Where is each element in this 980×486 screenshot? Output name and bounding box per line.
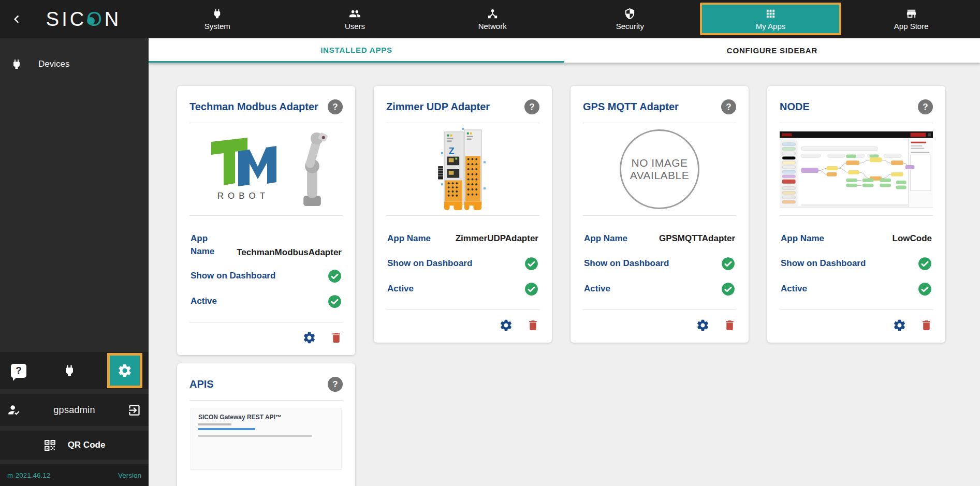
sidebar: SICON Devices ?: [0, 0, 149, 486]
sidebar-user-row: gpsadmin: [0, 394, 149, 426]
delete-app-button[interactable]: [330, 331, 343, 344]
nav-item-users[interactable]: Users: [286, 0, 424, 38]
logo-c: C: [70, 8, 86, 30]
network-hub-icon: [487, 8, 499, 20]
active-label: Active: [781, 283, 807, 296]
sidebar-bottom: ? gpsadmin: [0, 352, 149, 486]
usb-button[interactable]: [57, 358, 82, 383]
nav-label: Users: [345, 22, 365, 31]
active-label: Active: [387, 283, 414, 296]
configure-app-button[interactable]: [893, 318, 906, 332]
settings-button-highlighted[interactable]: [107, 353, 142, 388]
configure-app-button[interactable]: [499, 318, 513, 332]
usb-plug-icon: [62, 363, 77, 378]
active-label: Active: [584, 283, 610, 296]
trash-icon: [723, 319, 736, 332]
back-chevron-button[interactable]: [7, 10, 26, 28]
configure-app-button[interactable]: [302, 331, 316, 345]
app-card-node: NODE ?: [767, 86, 945, 343]
card-title: Techman Modbus Adapter: [189, 101, 318, 113]
nav-item-security[interactable]: Security: [561, 0, 699, 38]
app-name-label: App Name: [781, 232, 824, 245]
help-icon[interactable]: ?: [328, 377, 343, 392]
sidebar-item-devices[interactable]: Devices: [0, 51, 149, 78]
plug-icon: [211, 8, 223, 20]
qr-code-icon: [43, 439, 56, 452]
apps-tabs: INSTALLED APPS CONFIGURE SIDEBAR: [149, 38, 980, 63]
check-icon: [524, 257, 538, 271]
version-label: Version: [118, 472, 141, 479]
check-icon: [918, 257, 932, 271]
app-card-apis: APIS ? SICON Gateway REST API™: [177, 363, 355, 486]
installed-apps-content: Techman Modbus Adapter ? ROBOT: [149, 63, 980, 486]
nav-label: Network: [478, 22, 507, 31]
gear-icon: [893, 318, 906, 332]
zimmer-app-image: Z: [386, 123, 539, 215]
tab-installed-apps[interactable]: INSTALLED APPS: [149, 38, 564, 63]
apis-doc-paragraph: [198, 435, 312, 437]
sidebar-icon-row: ?: [0, 352, 149, 389]
node-red-app-image: [780, 123, 933, 215]
check-icon: [328, 269, 342, 283]
app-name-label: App Name: [387, 232, 431, 245]
no-image-line2: AVAILABLE: [630, 169, 690, 182]
gear-icon: [499, 318, 513, 332]
nav-item-network[interactable]: Network: [423, 0, 561, 38]
check-icon: [721, 257, 735, 271]
active-label: Active: [191, 295, 217, 308]
sidebar-qr-row[interactable]: QR Code: [0, 431, 149, 460]
delete-app-button[interactable]: [920, 319, 933, 332]
check-icon: [524, 282, 538, 296]
chevron-left-icon: [9, 11, 24, 27]
help-bubble-icon: ?: [11, 364, 26, 378]
users-icon: [349, 8, 361, 20]
show-on-dashboard-label: Show on Dashboard: [584, 257, 669, 270]
nav-item-system[interactable]: System: [149, 0, 286, 38]
tm-robot-logo: ROBOT: [202, 130, 290, 208]
tab-configure-sidebar[interactable]: CONFIGURE SIDEBAR: [564, 38, 980, 63]
qr-code-label: QR Code: [68, 440, 106, 450]
gear-icon: [302, 331, 316, 345]
logout-icon[interactable]: [127, 403, 141, 417]
check-icon: [721, 282, 735, 296]
trash-icon: [920, 319, 933, 332]
nav-item-my-apps-highlighted[interactable]: My Apps: [700, 3, 842, 35]
plug-icon: [10, 58, 23, 70]
help-icon[interactable]: ?: [721, 99, 736, 114]
help-icon[interactable]: ?: [524, 99, 539, 114]
no-image-placeholder: NO IMAGE AVAILABLE: [583, 123, 736, 215]
apis-doc-title: SICON Gateway REST API™: [198, 414, 334, 421]
sidebar-version-row: m-2021.46.12 Version: [0, 464, 149, 486]
app-name-value: GPSMQTTAdapter: [659, 233, 735, 244]
nav-label: System: [204, 22, 230, 31]
configure-app-button[interactable]: [696, 318, 710, 332]
app-name-value: TechmanModbusAdapter: [237, 247, 342, 258]
top-navigation: System Users Network Security My Apps Ap…: [149, 0, 980, 38]
app-name-value: ZimmerUDPAdapter: [456, 233, 538, 244]
logo-teal-dot: [87, 17, 95, 25]
nav-label: My Apps: [756, 22, 786, 31]
delete-app-button[interactable]: [526, 319, 539, 332]
apps-grid-icon: [765, 8, 777, 20]
card-title: NODE: [780, 101, 810, 113]
cards-row-1: Techman Modbus Adapter ? ROBOT: [177, 86, 980, 355]
help-button[interactable]: ?: [6, 358, 31, 383]
svg-text:Z: Z: [449, 146, 455, 156]
apis-doc-subline: [198, 423, 231, 425]
show-on-dashboard-label: Show on Dashboard: [387, 257, 472, 270]
help-icon[interactable]: ?: [918, 99, 933, 114]
card-title: GPS MQTT Adapter: [583, 101, 679, 113]
card-title: APIS: [189, 378, 214, 390]
sidebar-header: SICON: [0, 0, 149, 38]
version-value: m-2021.46.12: [7, 472, 50, 479]
sicon-logo: SICON: [26, 8, 141, 31]
help-icon[interactable]: ?: [328, 99, 343, 114]
app-card-gps-mqtt: GPS MQTT Adapter ? NO IMAGE AVAILABLE Ap…: [571, 86, 749, 343]
apis-doc-link: [198, 428, 255, 430]
cards-row-2: APIS ? SICON Gateway REST API™: [177, 363, 980, 486]
nav-item-app-store[interactable]: App Store: [842, 0, 980, 38]
logo-n: N: [105, 8, 121, 30]
robot-arm-image: [294, 128, 330, 210]
delete-app-button[interactable]: [723, 319, 736, 332]
show-on-dashboard-label: Show on Dashboard: [191, 270, 275, 283]
